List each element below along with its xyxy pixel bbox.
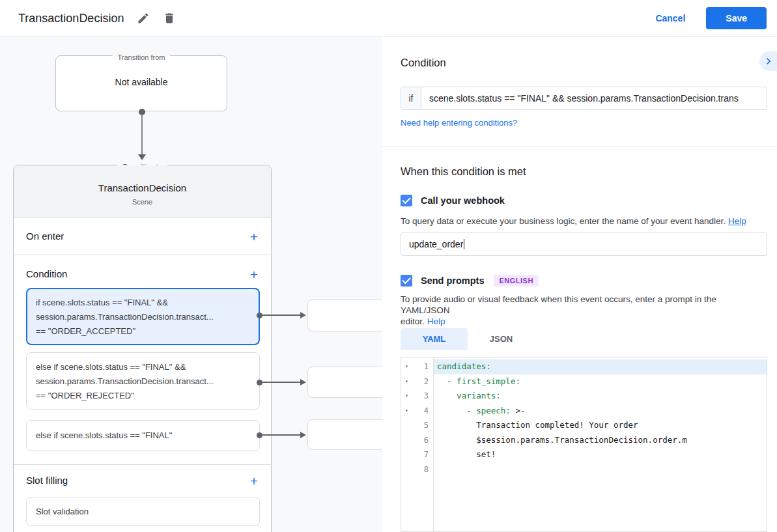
conditions-help-link[interactable]: Need help entering conditions?: [401, 118, 517, 128]
connector-arrowhead-icon: [138, 154, 146, 160]
condition-card-order-rejected[interactable]: else if scene.slots.status == "FINAL" &&…: [26, 352, 260, 410]
page-title: TransactionDecision: [18, 12, 124, 25]
code-line[interactable]: Transaction completed! Your order: [434, 418, 767, 433]
transition-target-node[interactable]: [307, 419, 382, 450]
top-bar: TransactionDecision Cancel Save: [0, 0, 777, 37]
scene-type-label: Scene: [14, 198, 271, 206]
line-number: 3: [412, 389, 433, 404]
connector-arrowhead-icon: [300, 379, 306, 385]
condition-card-order-accepted[interactable]: if scene.slots.status == "FINAL" && sess…: [26, 288, 260, 345]
editor-code[interactable]: candidates: - first_simple: variants: - …: [434, 357, 767, 531]
fold-arrow-icon[interactable]: ▾: [401, 374, 412, 389]
connector-arrowhead-icon: [300, 432, 306, 438]
gutter-row: 5: [401, 418, 433, 433]
prompts-label: Send prompts: [421, 275, 484, 286]
condition-heading: Condition: [401, 57, 446, 69]
prompts-help-link[interactable]: Help: [427, 316, 445, 326]
transition-from-value: Not available: [115, 77, 168, 87]
code-line[interactable]: $session.params.TransactionDecision.orde…: [434, 433, 767, 448]
gutter-row: ▾2: [401, 374, 433, 389]
divider: [382, 146, 777, 147]
on-enter-label: On enter: [26, 231, 64, 242]
transition-from-node: Transition from Not available: [55, 55, 227, 111]
line-number: 8: [412, 462, 433, 477]
webhook-handler-input[interactable]: update_order: [401, 232, 767, 256]
yaml-text-token: -: [437, 406, 476, 415]
fold-arrow-icon[interactable]: ▾: [401, 389, 412, 404]
yaml-text-token: >-: [511, 406, 526, 415]
tab-yaml[interactable]: YAML: [401, 328, 468, 350]
yaml-text-token: $session.params.TransactionDecision.orde…: [437, 435, 687, 445]
condition-section-label: Condition: [26, 268, 67, 279]
add-slot-button[interactable]: +: [245, 472, 263, 490]
yaml-key-token: speech:: [476, 406, 511, 415]
line-number: 2: [412, 374, 433, 389]
line-number: 4: [412, 404, 433, 419]
prompts-description: To provide audio or visual feedback when…: [401, 294, 767, 327]
condition-card-final[interactable]: else if scene.slots.status == "FINAL": [26, 420, 260, 451]
gutter-row: 7: [401, 447, 433, 462]
add-condition-button[interactable]: +: [245, 266, 263, 284]
prompts-checkbox[interactable]: [401, 275, 412, 287]
when-met-heading: When this condition is met: [401, 165, 526, 178]
collapse-panel-button[interactable]: [759, 51, 777, 71]
line-number: 6: [412, 433, 433, 448]
divider: [14, 464, 271, 465]
code-line[interactable]: variants:: [434, 389, 767, 404]
language-badge: ENGLISH: [494, 275, 538, 287]
code-line[interactable]: candidates:: [434, 359, 767, 374]
fold-arrow-icon[interactable]: ▾: [401, 359, 412, 374]
yaml-text-token: set!: [437, 449, 496, 459]
add-on-enter-button[interactable]: +: [245, 228, 263, 246]
if-prefix-label: if: [401, 87, 421, 109]
yaml-key-token: candidates:: [437, 361, 491, 371]
condition-expression-field[interactable]: if scene.slots.status == "FINAL" && sess…: [401, 87, 767, 110]
condition-expression-value[interactable]: scene.slots.status == "FINAL" && session…: [421, 87, 767, 109]
prompt-code-editor[interactable]: ▾1▾2▾3▾45678 candidates: - first_simple:…: [401, 357, 767, 532]
code-line[interactable]: - first_simple:: [434, 374, 767, 389]
tab-json[interactable]: JSON: [468, 328, 535, 350]
slot-validation-card[interactable]: Slot validation: [26, 497, 260, 526]
webhook-row: Call your webhook: [401, 195, 505, 206]
code-line[interactable]: - speech: >-: [434, 404, 767, 419]
slot-filling-label: Slot filling: [26, 475, 68, 486]
transition-target-node[interactable]: [307, 300, 382, 331]
code-line[interactable]: set!: [434, 447, 767, 462]
yaml-text-token: [437, 391, 457, 400]
scene-header: TransactionDecision Scene: [14, 165, 271, 218]
transition-from-legend: Transition from: [56, 51, 227, 63]
editor-tabs: YAML JSON: [401, 328, 535, 350]
transition-target-node[interactable]: [307, 367, 382, 398]
editor-gutter: ▾1▾2▾3▾45678: [401, 357, 434, 531]
webhook-description: To query data or execute your business l…: [401, 216, 767, 227]
yaml-text-token: -: [437, 376, 457, 386]
gutter-row: ▾1: [401, 359, 433, 374]
connector-line: [261, 382, 300, 383]
transition-to-node: Transition to TransactionDecision Scene …: [13, 165, 272, 532]
webhook-label: Call your webhook: [421, 195, 505, 206]
connector-arrowhead-icon: [300, 312, 306, 318]
edit-title-button[interactable]: [132, 7, 155, 30]
yaml-text-token: Transaction completed! Your order: [437, 420, 638, 430]
divider: [14, 255, 271, 255]
condition-detail-panel: Condition if scene.slots.status == "FINA…: [382, 37, 777, 532]
gutter-row: 8: [401, 462, 433, 477]
webhook-help-link[interactable]: Help: [728, 216, 746, 226]
connector-line: [141, 114, 143, 154]
line-number: 5: [412, 418, 433, 433]
code-line[interactable]: [434, 462, 767, 477]
fold-arrow-icon[interactable]: ▾: [401, 404, 412, 419]
webhook-checkbox[interactable]: [401, 195, 412, 206]
cancel-button[interactable]: Cancel: [645, 8, 696, 29]
scene-name: TransactionDecision: [14, 182, 271, 193]
scene-flow-canvas: Transition from Not available Transition…: [0, 37, 382, 532]
gutter-row: 6: [401, 433, 433, 448]
delete-scene-button[interactable]: [158, 7, 181, 30]
chevron-right-icon: [762, 55, 775, 68]
connector-line: [261, 315, 300, 316]
gutter-row: ▾3: [401, 389, 433, 404]
connector-line: [261, 434, 300, 436]
line-number: 7: [412, 447, 433, 462]
save-button[interactable]: Save: [706, 7, 767, 29]
pencil-icon: [137, 12, 150, 25]
